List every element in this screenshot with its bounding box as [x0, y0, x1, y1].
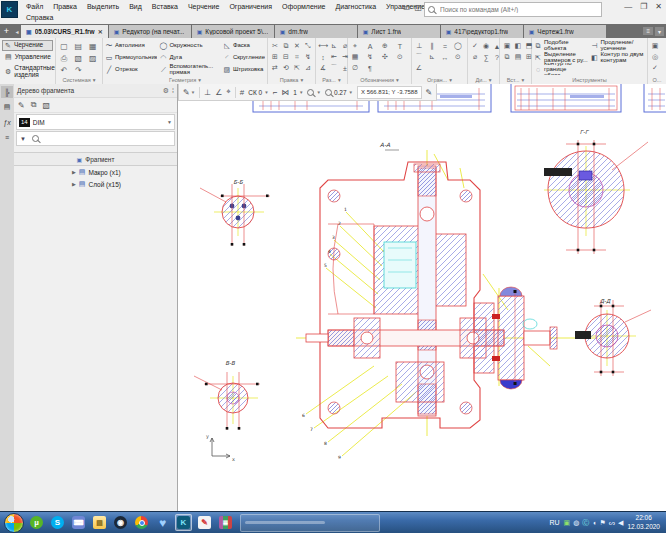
tree-item[interactable]: ▶ ▤ Слой (x15): [14, 178, 177, 190]
geometry-tool[interactable]: ╱ Отрезок: [105, 63, 157, 75]
constraint-tool-icon[interactable]: ⊾: [427, 52, 437, 62]
edit-tool-icon[interactable]: ⊞: [270, 52, 280, 62]
snap-angle-icon[interactable]: ∠: [215, 88, 222, 97]
command-search-input[interactable]: [438, 5, 598, 14]
insert-tool-icon[interactable]: ▤: [513, 52, 523, 62]
geometry-tool[interactable]: ◠ Дуга: [159, 51, 220, 63]
layout-toggle-icon[interactable]: ▭: [403, 3, 411, 12]
constraint-tool-icon[interactable]: ⊥: [414, 41, 424, 51]
geometry-tool[interactable]: ◺ Фаска: [223, 39, 265, 51]
denotation-tool-icon[interactable]: ⊕: [380, 41, 390, 51]
denotation-tool-icon[interactable]: ✣: [380, 52, 390, 62]
tab-scroll-left[interactable]: ◂: [13, 24, 21, 38]
tools-tool[interactable]: ⇱ Выделение размеров с ру...: [534, 51, 589, 63]
dimension-tool-icon[interactable]: ∡: [318, 63, 328, 73]
menu-item[interactable]: Диагностика: [332, 2, 381, 11]
diagnostic-tool-icon[interactable]: ✓: [470, 41, 480, 51]
constraint-tool-icon[interactable]: ◯: [453, 41, 463, 51]
panel-settings-icon[interactable]: ⚙: [163, 87, 169, 95]
chat-tray-icon[interactable]: Ⓒ: [582, 518, 589, 528]
dimension-tool-icon[interactable]: ⌒: [329, 63, 339, 73]
group-label[interactable]: Геометрия▾: [103, 76, 267, 84]
extra-tool-icon[interactable]: ◎: [650, 52, 660, 62]
edit-tool-icon[interactable]: ⊟: [281, 52, 291, 62]
tab-close-icon[interactable]: ✕: [98, 28, 103, 35]
kompas-icon[interactable]: K: [175, 514, 192, 531]
panel-tool-icon[interactable]: ⧉: [31, 100, 37, 110]
document-tab[interactable]: ▣ dm.frw ✕: [275, 25, 357, 38]
menu-item-help[interactable]: Справка: [22, 13, 57, 22]
explorer-icon[interactable]: ▤: [91, 514, 108, 531]
variables-panel-icon[interactable]: ƒx: [1, 116, 13, 128]
network-tray-icon[interactable]: ᔕ: [609, 519, 615, 527]
tree-panel-icon[interactable]: ╠: [1, 86, 13, 98]
rounding-icon[interactable]: ⋈: [281, 88, 289, 97]
tabbar-menu-button[interactable]: ≡: [643, 27, 653, 35]
geometry-tool[interactable]: 〜 Автолиния: [105, 39, 157, 51]
zoom-tool-select[interactable]: ▼: [307, 89, 320, 96]
new-tab-button[interactable]: +: [0, 24, 13, 38]
tree-filter[interactable]: ▼: [16, 131, 175, 146]
menu-item[interactable]: Файл: [22, 2, 47, 11]
style-pen-icon[interactable]: ✎▼: [183, 88, 195, 97]
denotation-tool-icon[interactable]: ∅: [350, 63, 360, 73]
dimension-tool-icon[interactable]: ↕: [318, 52, 328, 62]
denotation-tool-icon[interactable]: T: [395, 41, 405, 51]
tools-tool[interactable]: ◧ Контур по двум контурам: [591, 51, 646, 63]
taskbar-clock[interactable]: 22:06 12.03.2020: [627, 514, 662, 530]
layers-panel-icon[interactable]: ▤: [1, 101, 13, 113]
denotation-tool-icon[interactable]: A: [365, 41, 375, 51]
tools-tool[interactable]: ⧉ Подобие объекта: [534, 39, 589, 51]
diagnostic-tool-icon[interactable]: ⌀: [470, 52, 480, 62]
workspace-mode-button[interactable]: ✎ Черчение: [2, 40, 53, 51]
kompas-doc-icon[interactable]: ✎: [196, 514, 213, 531]
group-label[interactable]: Ди...▾: [468, 76, 499, 84]
edit-tool-icon[interactable]: ↯: [303, 52, 313, 62]
edit-tool-icon[interactable]: ✕: [292, 41, 302, 51]
panel-drag-handle[interactable]: ⁞: [172, 87, 174, 95]
menu-item[interactable]: Черчение: [184, 2, 224, 11]
document-tab[interactable]: ▣ Лист 1.frw ✕: [358, 25, 440, 38]
denotation-tool-icon[interactable]: ▦: [350, 52, 360, 62]
expand-arrow-icon[interactable]: ▶: [72, 181, 76, 187]
edit-tool-icon[interactable]: ⊿: [303, 63, 313, 73]
gpu-tray-icon[interactable]: ▣: [564, 519, 571, 527]
constraint-tool-icon[interactable]: ∥: [427, 41, 437, 51]
tabbar-menu-button[interactable]: ▾: [655, 27, 664, 36]
menu-item[interactable]: Ограничения: [225, 2, 276, 11]
insert-tool-icon[interactable]: ◧: [513, 41, 523, 51]
denotation-tool-icon[interactable]: ⌖: [350, 41, 360, 51]
snap-perpendicular-icon[interactable]: ⊥: [204, 88, 211, 97]
menu-item[interactable]: Оформление: [278, 2, 329, 11]
document-tab[interactable]: ▣ Редуктор (на печат... ✕: [109, 25, 191, 38]
maximize-button[interactable]: ❐: [640, 2, 647, 11]
group-label[interactable]: Вст...▾: [500, 76, 531, 84]
tree-root-row[interactable]: ▣ Фрагмент: [14, 152, 177, 166]
extra-tool-icon[interactable]: ✓: [650, 63, 660, 73]
system-tool-icon[interactable]: ⎙: [58, 53, 70, 64]
chrome-icon[interactable]: [133, 514, 150, 531]
group-label[interactable]: Огран...▾: [412, 76, 467, 84]
workspace-mode-button[interactable]: ⚙ Стандартные изделия: [2, 63, 53, 81]
extra-tool-icon[interactable]: ▣: [650, 41, 660, 51]
document-tab[interactable]: ▣ 05.03\CURS_R1.frw ✕: [21, 25, 108, 38]
edit-tool-icon[interactable]: ⟲: [281, 63, 291, 73]
edit-tool-icon[interactable]: ✂: [270, 41, 280, 51]
grid-icon[interactable]: #: [240, 88, 244, 97]
panel-tool-icon[interactable]: ✎: [18, 101, 25, 110]
edit-tool-icon[interactable]: ⤡: [303, 41, 313, 51]
close-button[interactable]: ✕: [655, 2, 662, 11]
system-tool-icon[interactable]: ▧: [72, 53, 84, 64]
layer-select[interactable]: 1▼: [293, 89, 303, 96]
menu-item[interactable]: Вид: [125, 2, 146, 11]
group-label[interactable]: Обозначения▾: [348, 76, 411, 84]
menu-item[interactable]: Выделить: [83, 2, 123, 11]
volume-mixer-icon[interactable]: ◖: [592, 519, 596, 526]
document-tab[interactable]: ▣ 417\редуктор1.frw ✕: [441, 25, 523, 38]
dimension-tool-icon[interactable]: ⊾: [329, 41, 339, 51]
diagnostic-tool-icon[interactable]: ◉: [481, 41, 491, 51]
geometry-tool[interactable]: ◜ Скругление: [223, 51, 265, 63]
geometry-tool[interactable]: ▨ Штриховка: [223, 63, 265, 75]
document-tab[interactable]: ▣ Курсовой проект 5\... ✕: [192, 25, 274, 38]
system-tool-icon[interactable]: ↷: [72, 65, 84, 76]
